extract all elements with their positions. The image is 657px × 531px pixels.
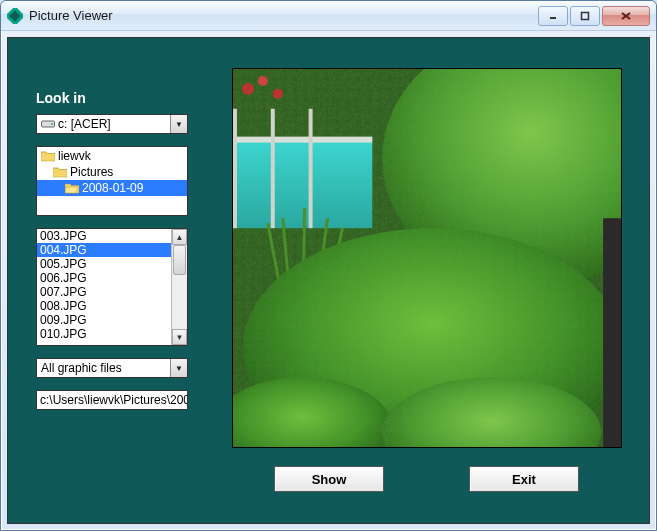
svg-point-13: [257, 76, 267, 86]
svg-point-7: [51, 123, 53, 125]
file-item[interactable]: 008.JPG: [37, 299, 171, 313]
preview-image: [233, 69, 621, 447]
folder-item[interactable]: 2008-01-09: [37, 180, 187, 196]
right-panel: Show Exit: [218, 60, 635, 509]
svg-rect-10: [233, 139, 372, 229]
scroll-track[interactable]: [172, 245, 187, 329]
maximize-icon: [580, 11, 590, 21]
app-icon: [7, 8, 23, 24]
minimize-button[interactable]: [538, 6, 568, 26]
drive-combo[interactable]: c: [ACER] ▼: [36, 114, 188, 134]
lookin-label: Look in: [36, 90, 188, 106]
scroll-up-button[interactable]: ▲: [172, 229, 187, 245]
folder-label: liewvk: [58, 149, 91, 163]
file-item[interactable]: 007.JPG: [37, 285, 171, 299]
drive-icon: [41, 119, 55, 129]
window-title: Picture Viewer: [29, 8, 538, 23]
chevron-down-icon: ▼: [175, 364, 183, 373]
filter-dropdown-button[interactable]: ▼: [170, 359, 187, 377]
file-item[interactable]: 004.JPG: [37, 243, 171, 257]
svg-rect-31: [603, 218, 621, 447]
svg-point-12: [241, 83, 253, 95]
svg-rect-3: [582, 12, 589, 19]
chevron-up-icon: ▲: [176, 233, 184, 242]
scroll-thumb[interactable]: [173, 245, 186, 275]
file-item[interactable]: 006.JPG: [37, 271, 171, 285]
path-input[interactable]: c:\Users\liewvk\Pictures\200: [36, 390, 188, 410]
client-area: Look in c: [ACER] ▼ liewvkPictures2008-0…: [7, 37, 650, 524]
folder-icon: [41, 150, 55, 162]
window-frame: Picture Viewer Look in c: [ACER] ▼: [0, 0, 657, 531]
folder-label: 2008-01-09: [82, 181, 143, 195]
drive-text: c: [ACER]: [58, 117, 170, 131]
folder-tree[interactable]: liewvkPictures2008-01-09: [36, 146, 188, 216]
filter-combo[interactable]: All graphic files ▼: [36, 358, 188, 378]
folder-icon: [53, 166, 67, 178]
svg-rect-16: [270, 109, 274, 228]
svg-rect-17: [308, 109, 312, 228]
file-list[interactable]: 003.JPG004.JPG005.JPG006.JPG007.JPG008.J…: [36, 228, 188, 346]
file-item[interactable]: 009.JPG: [37, 313, 171, 327]
image-preview: [232, 68, 622, 448]
file-item[interactable]: 010.JPG: [37, 327, 171, 341]
chevron-down-icon: ▼: [176, 333, 184, 342]
folder-icon: [65, 182, 79, 194]
show-button[interactable]: Show: [274, 466, 384, 492]
file-item[interactable]: 003.JPG: [37, 229, 171, 243]
scroll-down-button[interactable]: ▼: [172, 329, 187, 345]
svg-point-14: [272, 89, 282, 99]
button-row: Show Exit: [232, 466, 622, 492]
file-list-scrollbar[interactable]: ▲ ▼: [171, 229, 187, 345]
close-button[interactable]: [602, 6, 650, 26]
folder-item[interactable]: Pictures: [37, 164, 187, 180]
drive-dropdown-button[interactable]: ▼: [170, 115, 187, 133]
chevron-down-icon: ▼: [175, 120, 183, 129]
minimize-icon: [548, 11, 558, 21]
folder-label: Pictures: [70, 165, 113, 179]
left-panel: Look in c: [ACER] ▼ liewvkPictures2008-0…: [36, 60, 188, 509]
close-icon: [620, 11, 632, 21]
folder-item[interactable]: liewvk: [37, 148, 187, 164]
filter-text: All graphic files: [41, 361, 170, 375]
exit-button[interactable]: Exit: [469, 466, 579, 492]
file-list-items: 003.JPG004.JPG005.JPG006.JPG007.JPG008.J…: [37, 229, 171, 345]
file-item[interactable]: 005.JPG: [37, 257, 171, 271]
window-controls: [538, 6, 650, 26]
titlebar[interactable]: Picture Viewer: [1, 1, 656, 31]
maximize-button[interactable]: [570, 6, 600, 26]
svg-rect-15: [233, 109, 237, 228]
svg-rect-11: [233, 137, 372, 143]
